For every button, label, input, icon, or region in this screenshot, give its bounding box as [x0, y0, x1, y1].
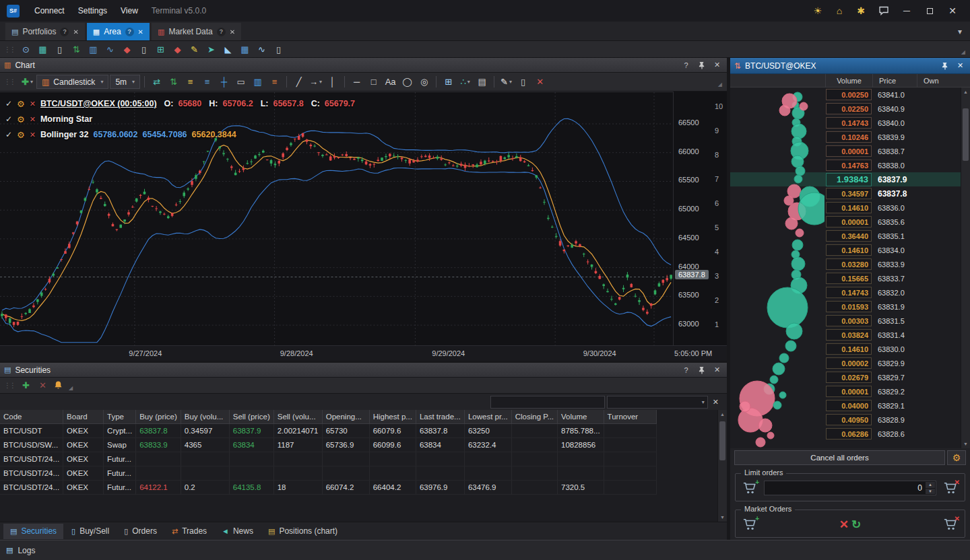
- level1-doc-icon[interactable]: ▯: [52, 42, 67, 56]
- chart-close-icon[interactable]: ✕: [711, 60, 723, 71]
- close-button[interactable]: ✕: [942, 1, 963, 20]
- tab-market-data[interactable]: ▥Market Data?✕: [152, 23, 241, 40]
- securities-pin-icon[interactable]: [696, 365, 707, 376]
- table-row[interactable]: BTC/USDT/24...OKEXFutur...64122.10.26413…: [0, 480, 656, 494]
- logs-bar[interactable]: ▤ Logs: [0, 540, 970, 560]
- add-series-button[interactable]: ✚▾: [20, 75, 35, 89]
- column-header-lowest-pr[interactable]: Lowest pr...: [464, 410, 511, 423]
- orderbook-volume[interactable]: 0.00001: [826, 216, 872, 228]
- orderbook-pin-icon[interactable]: [939, 61, 950, 71]
- orderbook-price[interactable]: 63831.5: [872, 317, 916, 325]
- securities-scrollbar[interactable]: ▲ ▼: [717, 410, 727, 522]
- orderbook-row[interactable]: 1.9384363837.9: [730, 172, 961, 186]
- share-icon[interactable]: ∴▾: [457, 75, 473, 89]
- orderbook-volume[interactable]: 0.34597: [826, 188, 872, 199]
- column-header-sell-price[interactable]: Sell (price): [229, 410, 273, 423]
- securities-table-icon[interactable]: ▦: [35, 42, 51, 56]
- orderbook-row[interactable]: 0.0025063841.0: [730, 88, 961, 102]
- volume-column-header[interactable]: Volume: [826, 74, 873, 87]
- new-area-icon[interactable]: ⊞: [441, 75, 456, 89]
- tab-close-icon[interactable]: ✕: [230, 28, 235, 36]
- orderbook-volume[interactable]: 0.00303: [826, 315, 872, 326]
- orderbook-row[interactable]: 0.1024663839.9: [730, 130, 961, 144]
- spin-down-icon[interactable]: ▼: [926, 489, 935, 495]
- orderbook-row[interactable]: 0.3459763837.8: [730, 186, 961, 201]
- chart-toolbar-overflow-icon[interactable]: ◢: [718, 81, 722, 88]
- portfolios-gift-icon[interactable]: ◆: [119, 42, 135, 56]
- window-panel-icon[interactable]: ⊞: [153, 42, 168, 56]
- alerts-bell-icon[interactable]: [51, 379, 66, 392]
- orderbook-volume[interactable]: 0.10246: [826, 131, 872, 143]
- bottom-tab-positions-chart[interactable]: ▤Positions (chart): [261, 524, 344, 539]
- bottom-tab-news[interactable]: ◄News: [215, 524, 260, 539]
- orderbook-volume[interactable]: 0.36440: [826, 230, 872, 242]
- securities-filter-combo[interactable]: ▾: [607, 396, 708, 409]
- tab-close-icon[interactable]: ✕: [73, 28, 78, 36]
- remove-security-icon[interactable]: ✕: [35, 379, 51, 392]
- grid-table-icon[interactable]: ▦: [237, 42, 253, 56]
- orderbook-row[interactable]: 0.0000163838.7: [730, 144, 961, 158]
- securities-toolbar-overflow-icon[interactable]: ◢: [69, 385, 73, 391]
- orderbook-row[interactable]: 0.1566563833.7: [730, 271, 961, 285]
- scroll-thumb[interactable]: [963, 108, 969, 161]
- tab-area[interactable]: ▦Area?✕: [87, 23, 150, 40]
- column-header-turnover[interactable]: Turnover: [604, 410, 656, 423]
- orderbook-volume[interactable]: 0.06286: [826, 428, 872, 440]
- orderbook-row[interactable]: 0.0400063829.1: [730, 398, 961, 413]
- orderbook-row[interactable]: 0.0000163835.6: [730, 215, 961, 229]
- limit-volume-value[interactable]: [765, 481, 936, 495]
- orderbook-price[interactable]: 63839.9: [872, 133, 916, 141]
- rectangle-tool-icon[interactable]: □: [366, 75, 381, 89]
- bottom-tab-trades[interactable]: ⇄Trades: [165, 524, 214, 539]
- quotes-updown-icon[interactable]: ⇅: [69, 42, 84, 56]
- column-header-code[interactable]: Code: [0, 410, 63, 423]
- tab-list-dropdown-icon[interactable]: ▾: [955, 27, 965, 40]
- chart-pin-icon[interactable]: [696, 60, 707, 71]
- scroll-thumb[interactable]: [719, 421, 725, 460]
- series-visible-checkbox[interactable]: ✓: [5, 96, 12, 112]
- own-column-header[interactable]: Own: [917, 74, 961, 87]
- orderbook-price[interactable]: 63838.0: [872, 162, 916, 170]
- column-header-board[interactable]: Board: [63, 410, 104, 423]
- series-visible-checkbox[interactable]: ✓: [5, 112, 12, 127]
- orderbook-volume[interactable]: 0.14743: [826, 287, 872, 298]
- orderbook-row[interactable]: 0.0030363831.5: [730, 314, 961, 328]
- find-security-icon[interactable]: ⊙: [18, 42, 34, 56]
- positions-gift-icon[interactable]: ◆: [170, 42, 185, 56]
- orderbook-row[interactable]: 0.1461063836.0: [730, 201, 961, 215]
- orderbook-price[interactable]: 63837.8: [872, 189, 916, 199]
- orderbook-price[interactable]: 63830.0: [872, 345, 916, 353]
- table-row[interactable]: BTC/USD/SW...OKEXSwap63833.9436563834118…: [0, 438, 656, 452]
- orderbook-price[interactable]: 63828.6: [872, 430, 916, 438]
- orderbook-price[interactable]: 63835.1: [872, 232, 916, 240]
- clear-filter-icon[interactable]: ✕: [710, 398, 721, 407]
- orderbook-row[interactable]: 0.1476363838.0: [730, 158, 961, 172]
- orderbook-volume[interactable]: 0.00250: [826, 89, 872, 100]
- price-column-header[interactable]: Price: [873, 74, 917, 87]
- bottom-tab-buy-sell[interactable]: ▯Buy/Sell: [65, 524, 116, 539]
- send-limit-sell-cart-icon[interactable]: ✕: [942, 481, 959, 495]
- analytics-icon[interactable]: ◣: [220, 42, 236, 56]
- orderbook-close-icon[interactable]: ✕: [955, 61, 966, 71]
- orderbook-price[interactable]: 63833.9: [872, 260, 916, 269]
- volumes-icon[interactable]: ▥: [250, 75, 265, 89]
- orderbook-price[interactable]: 63831.4: [872, 331, 916, 339]
- tab-close-icon[interactable]: ✕: [138, 28, 143, 36]
- orderbook-volume[interactable]: 0.01593: [826, 301, 872, 312]
- cluster-profile-icon[interactable]: ≡: [267, 75, 282, 89]
- orderbook-price[interactable]: 63835.6: [872, 218, 916, 226]
- orderbook-volume[interactable]: 0.15665: [826, 273, 872, 284]
- crosshair-icon[interactable]: ┼: [216, 75, 232, 89]
- chart-line-icon[interactable]: ∿: [102, 42, 118, 56]
- securities-toolbar-grip[interactable]: ⋮⋮: [4, 382, 15, 389]
- chart-toolbar-grip[interactable]: ⋮⋮: [4, 78, 15, 85]
- orderbook-row[interactable]: 0.1474363840.0: [730, 116, 961, 130]
- menu-settings[interactable]: Settings: [71, 6, 114, 15]
- securities-panel-header[interactable]: ▤ Securities ? ✕: [0, 363, 727, 378]
- scroll-down-icon[interactable]: ▼: [720, 513, 725, 522]
- orderbook-volume[interactable]: 0.14610: [826, 202, 872, 213]
- series-settings-gear-icon[interactable]: ⚙: [17, 112, 25, 127]
- orderbook-price[interactable]: 63829.9: [872, 359, 916, 368]
- column-header-type[interactable]: Type: [104, 410, 136, 423]
- ellipse-tool-icon[interactable]: ◯: [399, 75, 415, 89]
